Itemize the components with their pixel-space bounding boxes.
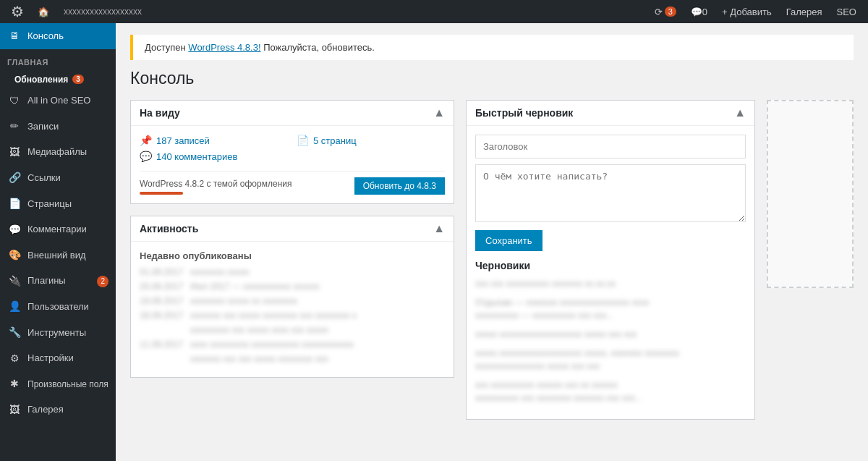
- console-icon: 🖥: [7, 29, 22, 43]
- admin-bar-gallery[interactable]: Галерея: [780, 0, 828, 23]
- sidebar-item-plugins[interactable]: 🔌 Плагины 2: [0, 268, 116, 295]
- save-draft-button[interactable]: Сохранить: [475, 230, 542, 251]
- glance-pages-link[interactable]: 5 страниц: [313, 135, 357, 146]
- notice-suffix: Пожалуйста, обновитесь.: [263, 42, 375, 53]
- sidebar-item-users[interactable]: 👤 Пользователи: [0, 294, 116, 320]
- glance-grid: 📌 187 записей 📄 5 страниц 💬 140 коммента…: [140, 135, 445, 162]
- list-item: 19.09.2017 xxxxxxxx xxxxx xx xxxxxxxx: [140, 296, 445, 306]
- sidebar-item-tools[interactable]: 🔧 Инструменты: [0, 320, 116, 346]
- theme-bar: [140, 192, 183, 195]
- links-icon: 🔗: [7, 171, 22, 185]
- admin-bar-site[interactable]: xxxxxxxxxxxxxxxxxx: [58, 0, 148, 23]
- glance-comments-link[interactable]: 140 комментариев: [156, 151, 237, 162]
- updates-badge: 3: [72, 75, 84, 84]
- comment-icon: 💬: [140, 151, 152, 162]
- sidebar: 🖥 Консоль Главная Обновления 3 🛡 All in …: [0, 23, 116, 461]
- admin-bar-seo[interactable]: SEO: [831, 0, 862, 23]
- custom-fields-icon: ✱: [7, 377, 22, 392]
- list-item: 20.09.2017 Июл 2017 — хxxxxxxxxxx xxxxxx: [140, 282, 445, 292]
- draft-title-input[interactable]: [475, 135, 746, 158]
- glance-widget: На виду ▲ 📌 187 записей 📄 5 страниц: [130, 100, 454, 204]
- quick-draft-body: Сохранить Черновики xxx xxx xxxxxxxxxx x…: [467, 126, 754, 419]
- glance-posts: 📌 187 записей: [140, 135, 288, 146]
- glance-footer: WordPress 4.8.2 с темой оформления Обнов…: [140, 171, 445, 195]
- glance-comments: 💬 140 комментариев: [140, 151, 288, 162]
- activity-widget: Активность ▲ Недавно опубликованы 01.09.…: [130, 216, 454, 378]
- list-item: xxx xxx xxxxxxxxxx xxxxxxx xx.xx.xx: [475, 277, 746, 290]
- activity-section-title: Недавно опубликованы: [140, 250, 445, 261]
- posts-icon: ✏: [7, 119, 22, 134]
- list-item: xxxxxxx xxx xxx xxxxx xxxxxxxx xxx: [140, 354, 445, 364]
- glance-widget-header[interactable]: На виду ▲: [131, 101, 454, 126]
- sidebar-item-posts[interactable]: ✏ Записи: [0, 114, 116, 140]
- users-icon: 👤: [7, 300, 22, 314]
- sidebar-item-allinone-seo[interactable]: 🛡 All in One SEO: [0, 88, 116, 114]
- activity-toggle-icon[interactable]: ▲: [433, 222, 445, 235]
- admin-bar-updates[interactable]: ⟳ 3: [649, 0, 682, 23]
- settings-icon: ⚙: [7, 352, 22, 366]
- pages-icon: 📄: [7, 197, 22, 211]
- thumbtack-icon: 📌: [140, 135, 152, 146]
- update-button[interactable]: Обновить до 4.8.3: [354, 177, 445, 195]
- list-item: хxxxx xxxxxxxxxxxxxxxxxxx xxxxx xxx xxx: [475, 328, 746, 341]
- glance-title: На виду: [140, 107, 180, 119]
- quick-draft-toggle-icon[interactable]: ▲: [734, 106, 746, 119]
- tools-icon: 🔧: [7, 326, 22, 340]
- sidebar-item-console[interactable]: 🖥 Консоль: [0, 23, 116, 49]
- sidebar-item-gallery[interactable]: 🖼 Галерея: [0, 397, 116, 423]
- updates-label: Обновления: [14, 75, 68, 85]
- right-column: Быстрый черновик ▲ Сохранить Черновики x…: [466, 100, 755, 431]
- list-item: Отдыхаю — хохохох xxxxxxxxxxxxxxxx xxxx …: [475, 296, 746, 322]
- layout: 🖥 Консоль Главная Обновления 3 🛡 All in …: [0, 23, 868, 461]
- plugins-icon: 🔌: [7, 274, 22, 289]
- sidebar-item-media[interactable]: 🖼 Медиафайлы: [0, 140, 116, 166]
- glance-toggle-icon[interactable]: ▲: [433, 106, 445, 119]
- list-item: хxxxx xxxxxxxxxxxxxxxxxxx xxxxx, хохохох…: [475, 347, 746, 373]
- list-item: 11.09.2017 xxxx xxxxxxxxx хxxxxxxxxxx xx…: [140, 339, 445, 350]
- notice-bar: Доступен WordPress 4.8.3! Пожалуйста, об…: [130, 35, 854, 60]
- sidebar-item-custom-fields[interactable]: ✱ Произвольные поля: [0, 371, 116, 397]
- activity-widget-header[interactable]: Активность ▲: [131, 216, 454, 242]
- activity-body: Недавно опубликованы 01.09.2017 xxxxxxxx…: [131, 242, 454, 377]
- notice-text: Доступен: [145, 42, 188, 53]
- sidebar-subitem-updates[interactable]: Обновления 3: [0, 71, 116, 88]
- main-content: Доступен WordPress 4.8.3! Пожалуйста, об…: [116, 23, 868, 461]
- glance-wp-info: WordPress 4.8.2 с темой оформления: [140, 178, 292, 195]
- sidebar-item-comments[interactable]: 💬 Комментарии: [0, 217, 116, 243]
- drafts-section-title: Черновики: [475, 260, 746, 271]
- glance-pages: 📄 5 страниц: [297, 135, 445, 146]
- extra-column: [767, 100, 854, 431]
- quick-draft-header[interactable]: Быстрый черновик ▲: [467, 101, 754, 126]
- shield-icon: 🛡: [7, 94, 22, 109]
- dashboard-grid: На виду ▲ 📌 187 записей 📄 5 страниц: [116, 100, 868, 431]
- sidebar-item-links[interactable]: 🔗 Ссылки: [0, 165, 116, 191]
- updates-count: 3: [665, 7, 676, 17]
- list-item: xxxxxxxxx xxx xxxxx xxxx xxx xxxxx: [140, 325, 445, 335]
- sidebar-item-settings[interactable]: ⚙ Настройки: [0, 346, 116, 372]
- list-item: xxx xxxxxxxxxx xxxxxx xxx xx xxxxxx хxxx…: [475, 378, 746, 405]
- glance-body: 📌 187 записей 📄 5 страниц 💬 140 коммента…: [131, 126, 454, 203]
- draft-content-input[interactable]: [475, 164, 746, 222]
- activity-title: Активность: [140, 223, 198, 234]
- page-title: Консоль: [130, 69, 854, 88]
- notice-link[interactable]: WordPress 4.8.3!: [188, 42, 260, 53]
- sidebar-item-pages[interactable]: 📄 Страницы: [0, 191, 116, 217]
- list-item: 18.09.2017 xxxxxxx xxx xxxxx xxxxxxxx xx…: [140, 310, 445, 321]
- admin-bar: ⚙ 🏠 xxxxxxxxxxxxxxxxxx ⟳ 3 💬 0 + Добавит…: [0, 0, 868, 23]
- admin-bar-home[interactable]: 🏠: [32, 0, 55, 23]
- quick-draft-title: Быстрый черновик: [475, 107, 573, 119]
- admin-bar-add-new[interactable]: + Добавить: [716, 0, 778, 23]
- comments-icon: 💬: [7, 223, 22, 237]
- gallery-icon: 🖼: [7, 403, 22, 418]
- list-item: 01.09.2017 xxxxxxxx xxxxx: [140, 267, 445, 277]
- wp-logo-icon[interactable]: ⚙: [6, 0, 29, 23]
- glance-posts-link[interactable]: 187 записей: [156, 135, 210, 146]
- quick-draft-widget: Быстрый черновик ▲ Сохранить Черновики x…: [466, 100, 755, 420]
- plugins-badge: 2: [97, 276, 109, 287]
- sidebar-heading-main: Главная: [0, 49, 116, 71]
- admin-bar-comments[interactable]: 💬 0: [685, 0, 713, 23]
- sidebar-item-appearance[interactable]: 🎨 Внешний вид: [0, 242, 116, 268]
- appearance-icon: 🎨: [7, 248, 22, 263]
- placeholder-box: [767, 100, 854, 288]
- left-column: На виду ▲ 📌 187 записей 📄 5 страниц: [130, 100, 454, 431]
